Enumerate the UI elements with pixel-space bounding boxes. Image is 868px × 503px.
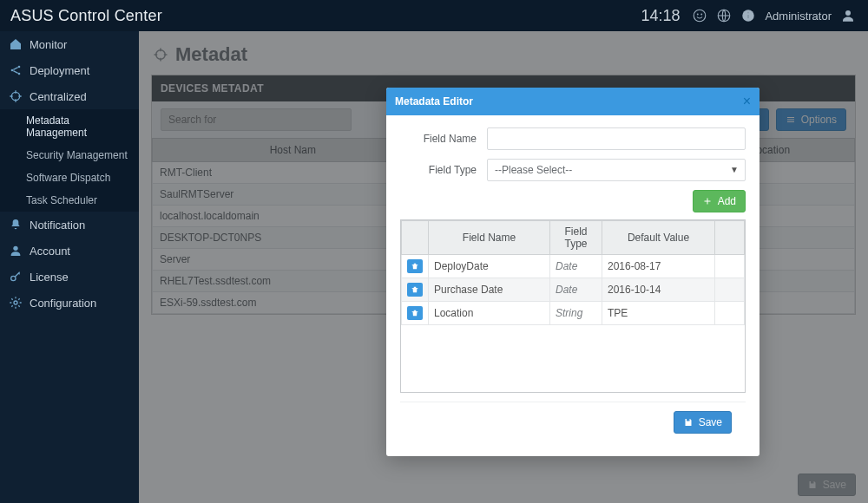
- cell-default-value: TPE: [602, 302, 715, 325]
- field-type-label: Field Type: [400, 164, 487, 176]
- smile-icon[interactable]: [692, 8, 707, 23]
- table-row: LocationStringTPE: [402, 302, 745, 325]
- col-action: [402, 221, 429, 255]
- sidebar-item-notification[interactable]: Notification: [0, 212, 139, 238]
- info-icon[interactable]: [740, 8, 756, 23]
- sidebar-sub-task-scheduler[interactable]: Task Scheduler: [0, 189, 139, 212]
- button-label: Add: [718, 195, 736, 207]
- brand-title: ASUS Control Center: [10, 7, 162, 25]
- delete-icon[interactable]: [407, 259, 423, 273]
- svg-point-11: [11, 92, 19, 100]
- share-icon: [9, 63, 23, 77]
- main: Metadat DEVICES METADAT Export Batch Upd…: [139, 31, 868, 503]
- sidebar: Monitor Deployment Centralized Metadata …: [0, 31, 139, 503]
- sidebar-item-account[interactable]: Account: [0, 238, 139, 264]
- sidebar-item-label: Notification: [30, 219, 85, 232]
- sidebar-item-label: License: [30, 271, 69, 284]
- add-button[interactable]: Add: [693, 190, 746, 212]
- button-label: Save: [699, 416, 722, 428]
- modal-title-bar: Metadata Editor ×: [386, 88, 760, 115]
- delete-icon[interactable]: [407, 283, 423, 297]
- globe-icon[interactable]: [716, 8, 732, 23]
- cell-default-value: 2016-10-14: [602, 278, 715, 302]
- cell-field-type: Date: [550, 255, 602, 278]
- crosshair-icon: [9, 89, 23, 103]
- sidebar-item-label: Account: [30, 245, 70, 258]
- modal-save-button[interactable]: Save: [674, 411, 732, 434]
- modal-title: Metadata Editor: [395, 95, 473, 108]
- home-icon: [9, 37, 23, 51]
- sidebar-item-label: Configuration: [30, 297, 96, 310]
- svg-point-13: [11, 276, 16, 280]
- fields-table: Field Name Field Type Default Value Depl…: [401, 220, 745, 325]
- sidebar-item-centralized[interactable]: Centralized: [0, 83, 139, 109]
- cell-field-type: String: [550, 302, 602, 325]
- svg-point-1: [698, 14, 699, 15]
- sidebar-item-label: Deployment: [30, 64, 89, 77]
- sidebar-sub-software-dispatch[interactable]: Software Dispatch: [0, 167, 139, 189]
- close-icon[interactable]: ×: [743, 94, 751, 109]
- svg-point-0: [694, 10, 707, 22]
- svg-point-8: [11, 69, 14, 72]
- delete-icon[interactable]: [407, 306, 423, 320]
- sidebar-sub-metadata-management[interactable]: Metadata Management: [0, 109, 139, 144]
- clock: 14:18: [641, 7, 680, 25]
- field-name-label: Field Name: [400, 133, 487, 145]
- table-row: Purchase DateDate2016-10-14: [402, 278, 745, 302]
- avatar-icon[interactable]: [840, 8, 856, 23]
- svg-point-2: [701, 14, 702, 15]
- cell-field-name: DeployDate: [429, 255, 550, 278]
- plus-icon: [702, 196, 713, 206]
- cell-default-value: 2016-08-17: [602, 255, 715, 278]
- svg-rect-5: [748, 15, 750, 19]
- svg-point-7: [845, 10, 851, 16]
- col-field-type: Field Type: [550, 221, 602, 255]
- svg-point-9: [18, 66, 21, 69]
- col-default-value: Default Value: [602, 221, 715, 255]
- sidebar-item-label: Monitor: [30, 38, 67, 51]
- admin-label[interactable]: Administrator: [765, 10, 832, 23]
- cell-field-type: Date: [550, 278, 602, 302]
- col-blank: [715, 221, 745, 255]
- bell-icon: [9, 218, 23, 232]
- key-icon: [9, 270, 23, 284]
- sidebar-sub-security-management[interactable]: Security Management: [0, 144, 139, 167]
- sidebar-item-monitor[interactable]: Monitor: [0, 31, 139, 57]
- svg-point-6: [748, 12, 750, 14]
- col-field-name: Field Name: [429, 221, 550, 255]
- sidebar-item-deployment[interactable]: Deployment: [0, 57, 139, 83]
- field-name-input[interactable]: [487, 127, 746, 150]
- svg-point-12: [13, 246, 17, 251]
- sidebar-item-configuration[interactable]: Configuration: [0, 290, 139, 316]
- metadata-editor-modal: Metadata Editor × Field Name Field Type …: [386, 88, 760, 456]
- cell-field-name: Purchase Date: [429, 278, 550, 302]
- user-icon: [9, 244, 23, 258]
- sidebar-item-license[interactable]: License: [0, 264, 139, 290]
- svg-point-10: [18, 73, 21, 75]
- save-icon: [683, 417, 694, 428]
- svg-point-14: [14, 301, 17, 304]
- sidebar-submenu-centralized: Metadata Management Security Management …: [0, 109, 139, 212]
- cell-field-name: Location: [429, 302, 550, 325]
- sidebar-item-label: Centralized: [30, 90, 87, 103]
- topbar: ASUS Control Center 14:18 Administrator: [0, 0, 868, 31]
- field-type-select[interactable]: --Please Select--: [487, 159, 746, 181]
- gear-icon: [9, 296, 23, 310]
- table-row: DeployDateDate2016-08-17: [402, 255, 745, 278]
